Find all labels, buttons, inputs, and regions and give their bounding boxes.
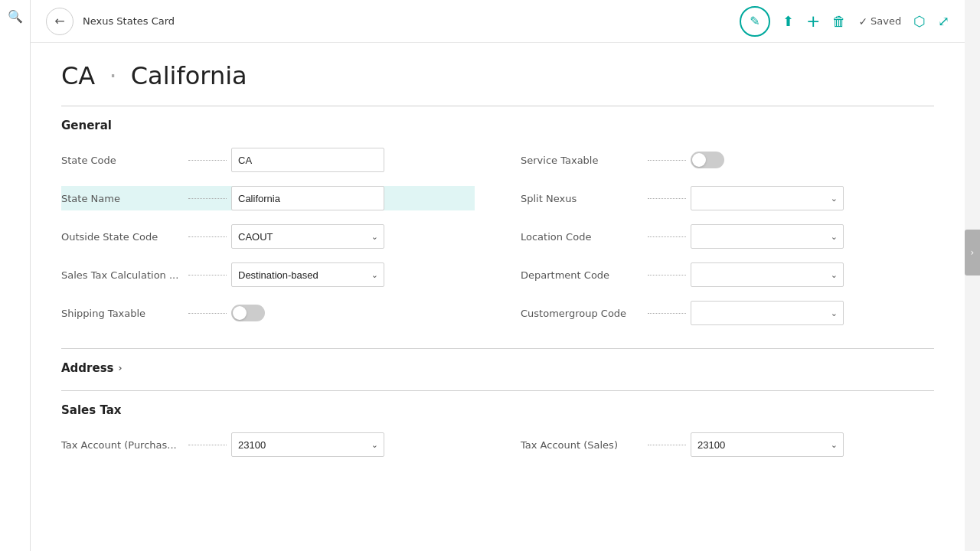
- tax-account-sales-label: Tax Account (Sales): [521, 439, 643, 451]
- search-icon[interactable]: 🔍: [8, 9, 23, 24]
- top-bar: ← Nexus States Card ✎ ⬆ + 🗑 ✓ Saved ⬡ ⤢: [31, 0, 965, 43]
- back-arrow-icon: ←: [54, 14, 64, 28]
- split-nexus-select[interactable]: [691, 186, 844, 210]
- right-arrow-icon: ›: [971, 247, 975, 258]
- address-title-text: Address: [61, 361, 114, 375]
- state-code-field-row: State Code: [61, 148, 475, 172]
- share-button[interactable]: ⬆: [782, 13, 794, 29]
- tax-account-sales-field-row: Tax Account (Sales) 23100 ⌄: [521, 432, 934, 457]
- right-sidebar: ›: [965, 0, 980, 551]
- customergroup-code-field-row: Customergroup Code ⌄: [521, 301, 934, 325]
- state-name-field-row: State Name: [61, 186, 475, 210]
- tax-account-purchase-dots: [188, 445, 227, 445]
- department-code-dots: [648, 275, 686, 276]
- tax-account-purchase-label: Tax Account (Purchas...: [61, 439, 184, 451]
- outside-state-code-select[interactable]: CAOUT: [231, 224, 384, 249]
- state-code-label: State Code: [61, 155, 184, 166]
- state-name-dots: [188, 198, 227, 199]
- record-title: California: [131, 61, 247, 90]
- address-chevron-icon: ›: [119, 363, 122, 373]
- sales-tax-calc-select[interactable]: Destination-based: [231, 262, 384, 287]
- expand-button[interactable]: ⤢: [938, 13, 949, 29]
- saved-status: ✓ Saved: [858, 15, 901, 28]
- location-code-field-row: Location Code ⌄: [521, 224, 934, 249]
- department-code-select-wrapper: ⌄: [691, 262, 844, 287]
- outside-state-code-dots: [188, 236, 227, 237]
- sales-tax-divider: [61, 390, 934, 391]
- state-code-dots: [188, 160, 227, 161]
- check-icon: ✓: [858, 15, 867, 28]
- location-code-label: Location Code: [521, 231, 643, 243]
- sales-tax-calc-select-wrapper: Destination-based ⌄: [231, 262, 384, 287]
- tax-account-purchase-select[interactable]: 23100: [231, 432, 384, 457]
- tax-account-sales-select-wrapper: 23100 ⌄: [691, 432, 844, 457]
- location-code-select-wrapper: ⌄: [691, 224, 844, 249]
- department-code-select[interactable]: [691, 262, 844, 287]
- edit-icon: ✎: [750, 14, 760, 28]
- right-nav-arrow[interactable]: ›: [965, 230, 980, 276]
- service-taxable-label: Service Taxable: [521, 155, 643, 166]
- record-header: CA · California: [61, 61, 934, 90]
- customergroup-code-select[interactable]: [691, 301, 844, 325]
- split-nexus-label: Split Nexus: [521, 193, 643, 204]
- general-section-title: General: [61, 119, 934, 132]
- service-taxable-knob: [692, 153, 706, 167]
- outside-state-code-label: Outside State Code: [61, 231, 184, 243]
- service-taxable-dots: [648, 160, 686, 161]
- sales-tax-calc-field-row: Sales Tax Calculation ... Destination-ba…: [61, 262, 475, 287]
- back-button[interactable]: ←: [46, 8, 74, 35]
- edit-button[interactable]: ✎: [740, 6, 770, 37]
- state-name-label: State Name: [61, 193, 184, 204]
- split-nexus-dots: [648, 198, 686, 199]
- delete-button[interactable]: 🗑: [832, 13, 846, 29]
- sales-tax-fields-grid: Tax Account (Purchas... 23100 ⌄ Tax Acco…: [61, 432, 934, 457]
- tax-account-sales-dots: [648, 445, 686, 445]
- split-nexus-select-wrapper: ⌄: [691, 186, 844, 210]
- general-fields-grid: State Code Service Taxable State Name: [61, 148, 934, 325]
- outside-state-code-field-row: Outside State Code CAOUT ⌄: [61, 224, 475, 249]
- page-title: Nexus States Card: [83, 15, 740, 27]
- record-prefix: CA: [61, 61, 95, 90]
- tax-account-sales-select[interactable]: 23100: [691, 432, 844, 457]
- service-taxable-toggle[interactable]: [691, 152, 724, 168]
- shipping-taxable-label: Shipping Taxable: [61, 308, 184, 319]
- shipping-taxable-dots: [188, 313, 227, 314]
- sales-tax-calc-dots: [188, 275, 227, 276]
- shipping-taxable-toggle[interactable]: [231, 305, 265, 321]
- service-taxable-field-row: Service Taxable: [521, 148, 934, 172]
- state-name-input[interactable]: [231, 186, 384, 210]
- address-divider: [61, 348, 934, 349]
- customergroup-code-label: Customergroup Code: [521, 308, 643, 319]
- saved-label-text: Saved: [871, 15, 901, 27]
- address-section-title[interactable]: Address ›: [61, 361, 934, 375]
- department-code-field-row: Department Code ⌄: [521, 262, 934, 287]
- shipping-taxable-knob: [233, 306, 247, 320]
- tax-account-purchase-field-row: Tax Account (Purchas... 23100 ⌄: [61, 432, 475, 457]
- tax-account-purchase-select-wrapper: 23100 ⌄: [231, 432, 384, 457]
- location-code-select[interactable]: [691, 224, 844, 249]
- toolbar-actions: ✎ ⬆ + 🗑 ✓ Saved ⬡ ⤢: [740, 6, 949, 37]
- open-new-window-button[interactable]: ⬡: [913, 13, 926, 29]
- left-sidebar: 🔍: [0, 0, 31, 551]
- shipping-taxable-field-row: Shipping Taxable: [61, 301, 475, 325]
- customergroup-code-select-wrapper: ⌄: [691, 301, 844, 325]
- record-content: CA · California General State Code Servi…: [31, 43, 965, 551]
- customergroup-code-dots: [648, 313, 686, 314]
- main-content: ← Nexus States Card ✎ ⬆ + 🗑 ✓ Saved ⬡ ⤢ …: [31, 0, 965, 551]
- split-nexus-field-row: Split Nexus ⌄: [521, 186, 934, 210]
- add-button[interactable]: +: [806, 11, 820, 31]
- sales-tax-section-title: Sales Tax: [61, 403, 934, 417]
- location-code-dots: [648, 236, 686, 237]
- outside-state-code-select-wrapper: CAOUT ⌄: [231, 224, 384, 249]
- sales-tax-calc-label: Sales Tax Calculation ...: [61, 269, 184, 281]
- state-code-input[interactable]: [231, 148, 384, 172]
- header-separator: ·: [109, 61, 124, 90]
- department-code-label: Department Code: [521, 269, 643, 281]
- general-divider: [61, 106, 934, 106]
